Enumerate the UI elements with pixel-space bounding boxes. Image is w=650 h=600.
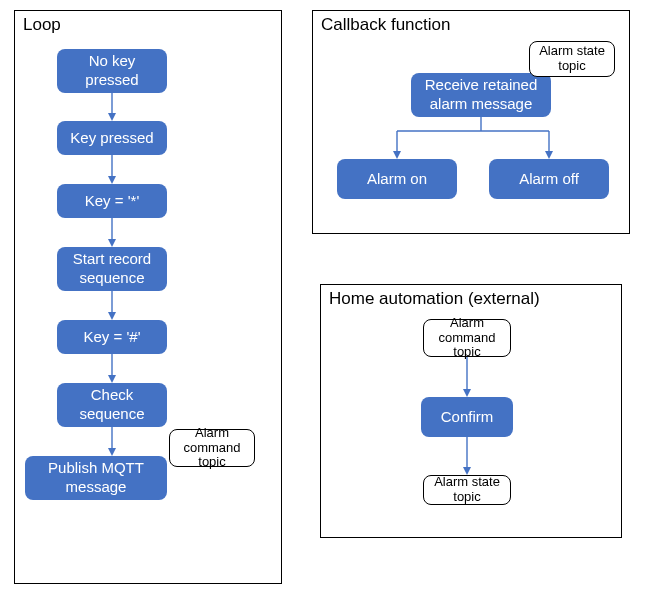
annot-label: Alarm command topic (430, 316, 504, 361)
node-check-sequence: Check sequence (57, 383, 167, 427)
node-label: Check sequence (63, 386, 161, 424)
panel-home-title: Home automation (external) (329, 289, 540, 309)
annot-alarm-state-home: Alarm state topic (423, 475, 511, 505)
svg-marker-17 (545, 151, 553, 159)
svg-marker-1 (108, 113, 116, 121)
node-no-key-pressed: No key pressed (57, 49, 167, 93)
annot-alarm-command-loop: Alarm command topic (169, 429, 255, 467)
annot-label: Alarm command topic (176, 426, 248, 471)
annot-label: Alarm state topic (536, 44, 608, 74)
svg-marker-3 (108, 176, 116, 184)
annot-label: Alarm state topic (430, 475, 504, 505)
svg-marker-19 (463, 389, 471, 397)
node-label: Alarm on (367, 170, 427, 189)
node-publish-mqtt: Publish MQTT message (25, 456, 167, 500)
node-label: Alarm off (519, 170, 579, 189)
svg-marker-9 (108, 375, 116, 383)
node-label: Publish MQTT message (31, 459, 161, 497)
panel-loop-title: Loop (23, 15, 61, 35)
annot-alarm-command-home: Alarm command topic (423, 319, 511, 357)
node-label: Key = '#' (83, 328, 140, 347)
node-key-hash: Key = '#' (57, 320, 167, 354)
node-key-star: Key = '*' (57, 184, 167, 218)
svg-marker-15 (393, 151, 401, 159)
panel-loop: Loop No key pressed Key pressed Key = '*… (14, 10, 282, 584)
node-confirm: Confirm (421, 397, 513, 437)
node-label: Confirm (441, 408, 494, 427)
node-alarm-on: Alarm on (337, 159, 457, 199)
node-label: Start record sequence (63, 250, 161, 288)
node-receive-retained: Receive retained alarm message (411, 73, 551, 117)
panel-home-automation: Home automation (external) Alarm command… (320, 284, 622, 538)
node-start-record: Start record sequence (57, 247, 167, 291)
node-alarm-off: Alarm off (489, 159, 609, 199)
svg-marker-7 (108, 312, 116, 320)
annot-alarm-state-callback: Alarm state topic (529, 41, 615, 77)
svg-marker-5 (108, 239, 116, 247)
node-label: Receive retained alarm message (417, 76, 545, 114)
node-label: Key = '*' (85, 192, 140, 211)
node-key-pressed: Key pressed (57, 121, 167, 155)
panel-callback: Callback function Receive retained alarm… (312, 10, 630, 234)
node-label: Key pressed (70, 129, 153, 148)
svg-marker-11 (108, 448, 116, 456)
node-label: No key pressed (63, 52, 161, 90)
panel-callback-title: Callback function (321, 15, 450, 35)
